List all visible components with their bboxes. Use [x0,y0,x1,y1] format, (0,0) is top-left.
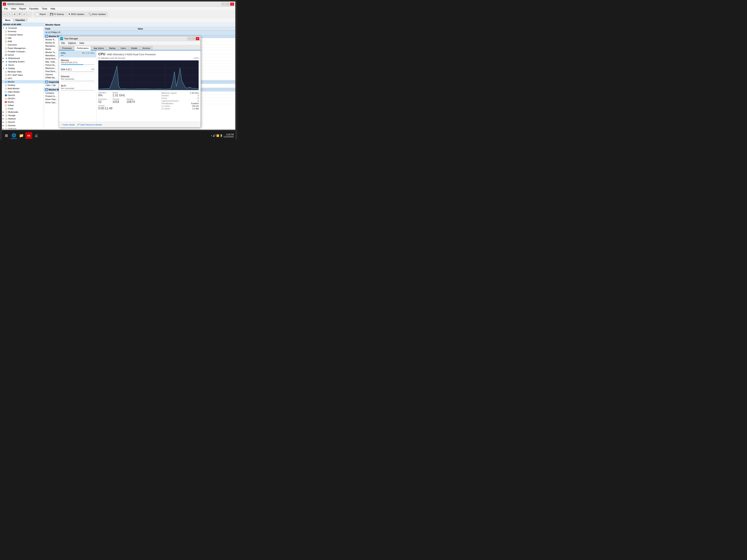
tm-tab-apphistory[interactable]: App history [91,46,106,50]
sidebar-item-video-modes[interactable]: 📋 Video Modes [2,90,44,94]
taskbar-tm-button[interactable]: 🖨 [33,132,40,139]
sidebar-item-pci-video[interactable]: 📋 PCI / AGP Video [2,73,44,77]
aida-window-title: AIDA64 Extreme [7,3,24,5]
tm-resource-wifi[interactable]: Wi-Fi Not connected [59,83,96,92]
nav-chart-button[interactable]: 📈 [27,12,31,17]
tm-tab-processes[interactable]: Processes [60,46,74,50]
close-button[interactable]: ✕ [230,2,234,6]
display-label: Display [8,67,15,70]
menu-favorites[interactable]: Favorites [28,7,40,10]
uptime-stat-label: Up time [98,105,112,107]
tm-tab-users[interactable]: Users [118,46,128,50]
nav-home-button[interactable]: ⌂ [22,12,27,17]
window-controls: ─ □ ✕ [221,2,234,6]
chevron-icon[interactable]: ∧ [211,135,212,137]
resource-label: Open Resource Monitor [80,124,102,126]
tm-minimize-button[interactable]: ─ [187,37,191,40]
sidebar-item-fonts[interactable]: 📋 Fonts [2,107,44,110]
maximize-button[interactable]: □ [226,2,230,6]
tm-close-button[interactable]: ✕ [196,37,200,40]
sidebar-item-windows-video[interactable]: 📋 Windows Video [2,70,44,73]
tm-menu-file[interactable]: File [60,42,66,45]
driver-button[interactable]: 🔍 Driver Updates [87,12,107,17]
sidebar-item-mantle[interactable]: 🔴 Mantle [2,100,44,104]
monitor-label: Monitor [8,81,15,83]
minimize-button[interactable]: ─ [221,2,225,6]
os-expand-icon: ▶ [3,61,4,62]
menu-tools[interactable]: Tools [41,7,49,10]
mm-man-icon: ▣ [45,88,48,91]
nav-back-button[interactable]: ‹ [3,12,7,17]
cpu-label: CPU [98,52,105,56]
value-cell [203,66,235,70]
nav-up-button[interactable]: ∧ [12,12,17,17]
tab-favorites[interactable]: Favorites [13,19,27,22]
tm-resource-cpu[interactable]: CPU 8% 1.31 GHz [59,50,96,57]
sidebar-item-computer-name[interactable]: 📋 Computer Name [2,33,44,36]
volume-icon[interactable]: 🔊 [213,134,216,137]
taskbar-explorer-button[interactable]: 📁 [18,132,25,139]
tm-resource-memory[interactable]: Memory 680/1020 MB (67%) [59,57,96,66]
sidebar-item-storage[interactable]: ▶ 📋 Storage [2,114,44,117]
monitor-icon-small: ▣ [45,31,47,33]
resource-monitor-link[interactable]: 🔗 Open Resource Monitor [77,124,102,126]
sidebar-item-multi-monitor[interactable]: 📋 Multi-Monitor [2,87,44,90]
sidebar-item-desktop[interactable]: 📋 Desktop [2,83,44,87]
tm-tab-services[interactable]: Services [140,46,153,50]
tm-tab-details[interactable]: Details [129,46,140,50]
fewer-details-link[interactable]: ○ Fewer details [61,124,75,126]
sidebar-item-vulkan[interactable]: 📋 Vulkan [2,104,44,107]
sidebar-item-server[interactable]: 🖥 Server [2,63,44,66]
nav-forward-button[interactable]: › [7,12,12,17]
sidebar-item-os[interactable]: ▶ 🖥 Operating System [2,60,44,63]
sidebar-item-sensor[interactable]: 🔄 Sensor [2,53,44,57]
taskbar-time[interactable]: 4:28 PM 11/25/2022 [224,133,234,138]
sidebar-item-overclock[interactable]: ⚡ Overclock [2,43,44,47]
sidebar-item-ipmi[interactable]: 📋 IPMI [2,40,44,43]
sidebar-item-gpgpu[interactable]: 📋 GPGPU [2,97,44,100]
sidebar-item-computer[interactable]: ▼ 🖥 Computer [2,26,44,30]
sidebar-item-power[interactable]: 📋 Power Managemen... [2,47,44,50]
monitor-name-value: LG Philips LP... [48,31,61,33]
wifi-taskbar-icon[interactable]: 📶 [216,134,219,137]
menu-file[interactable]: File [3,7,9,10]
sidebar-item-portable-sensor[interactable]: 📋 Portable Computer... [2,50,44,53]
sidebar-item-monitor[interactable]: 🖥 Monitor [2,80,44,83]
menu-help[interactable]: Help [49,7,57,10]
sidebar-item-summary[interactable]: 📋 Summary [2,30,44,33]
backup-button[interactable]: 💾 PC Backup [48,12,66,17]
cpu-resource-value: 8% 1.31 GHz [82,52,94,54]
cores-label: Cores: [161,97,167,99]
fewer-icon: ○ [61,124,62,126]
sidebar-item-display[interactable]: ▼ 🖥 Display [2,66,44,70]
tm-resource-disk[interactable]: Disk 0 (C:) 1% [59,66,96,74]
sidebar-item-dmi[interactable]: 📋 DMI [2,36,44,40]
taskbar-aida64-button[interactable]: 64 [25,132,32,139]
report-icon: 📄 [36,13,39,16]
menu-view[interactable]: View [9,7,17,10]
tm-tab-startup[interactable]: Startup [106,46,118,50]
sidebar-item-network[interactable]: ▶ 📋 Network [2,117,44,121]
taskbar-start-button[interactable]: ⊞ [3,132,10,139]
taskbar-edge-button[interactable]: 🌐 [10,132,17,139]
sidebar-item-opengl[interactable]: 🔵 OpenGL [2,94,44,97]
tab-menu[interactable]: Menu [3,19,13,22]
bios-button[interactable]: ▼ BIOS Updates [66,12,86,17]
report-button[interactable]: 📄 Report [34,12,47,17]
sidebar-item-motherboard[interactable]: ▶ 🖥 Motherboard [2,57,44,60]
tm-maximize-button[interactable]: □ [191,37,195,40]
battery-icon[interactable]: 🔋 [220,134,223,137]
tm-tab-performance[interactable]: Performance [74,46,91,50]
tm-resource-ethernet[interactable]: Ethernet Not connected [59,74,96,83]
nav-refresh-button[interactable]: ↺ [17,12,22,17]
sidebar-item-multimedia[interactable]: ▶ 📋 Multimedia [2,110,44,114]
sidebar-item-directx[interactable]: ▶ 📋 DirectX [2,121,44,124]
menu-report[interactable]: Report [18,7,27,10]
sidebar-item-gpu[interactable]: 📋 GPU [2,77,44,80]
summary-icon: 📋 [4,30,7,33]
sidebar-item-software[interactable]: ▶ 📋 Software [2,127,44,129]
sidebar-item-devices[interactable]: ▶ 📋 Devices [2,124,44,127]
tm-menu-view[interactable]: View [78,42,86,45]
stat-row-3: Up time 0:00:11:49 [98,105,158,110]
tm-menu-options[interactable]: Options [67,42,77,45]
